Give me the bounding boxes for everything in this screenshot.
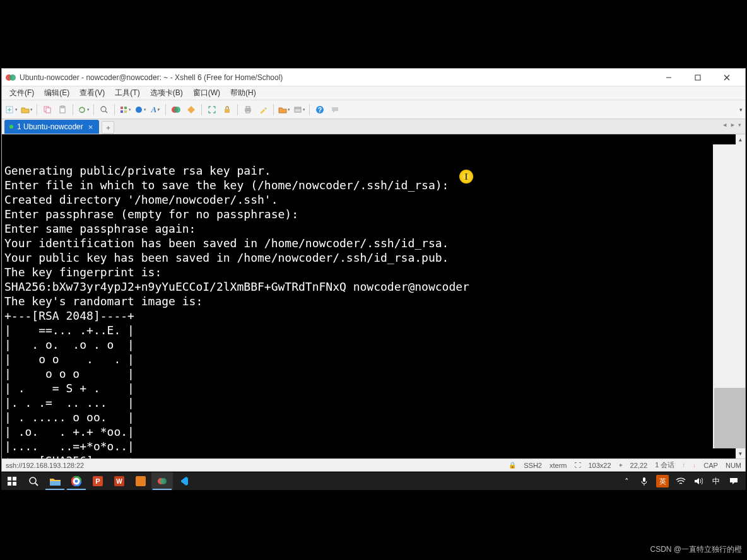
status-size: 103x22	[589, 462, 611, 469]
pos-icon: ⌖	[619, 462, 623, 469]
svg-rect-18	[124, 110, 127, 113]
powerpoint-button[interactable]: P	[87, 472, 109, 490]
system-tray: ˄ 英 中	[621, 475, 746, 487]
terminal-line: Enter passphrase (empty for no passphras…	[4, 207, 743, 221]
search-button[interactable]	[97, 103, 111, 117]
word-button[interactable]: W	[109, 472, 130, 490]
terminal-line: Enter file in which to save the key (/ho…	[4, 178, 743, 192]
new-tab-button[interactable]: ＋	[102, 121, 114, 134]
encoding-button[interactable]: ▾	[118, 103, 132, 117]
printer-button[interactable]	[241, 103, 255, 117]
status-conn: ssh://192.168.193.128:22	[6, 462, 84, 469]
svg-text:?: ?	[318, 107, 322, 114]
svg-line-35	[35, 483, 38, 486]
tab-prev-button[interactable]: ◄	[722, 122, 727, 128]
menu-view[interactable]: 查看(V)	[74, 86, 110, 100]
terminal-line: | ==... .+..E. |	[4, 323, 743, 337]
terminal-line: +----[SHA256]-----+	[4, 453, 743, 458]
scroll-thumb[interactable]	[714, 388, 745, 448]
separator	[309, 104, 310, 115]
chrome-button[interactable]	[66, 472, 87, 490]
menu-tools[interactable]: 工具(T)	[110, 86, 144, 100]
menu-window[interactable]: 窗口(W)	[188, 86, 225, 100]
window-button[interactable]: ▾	[292, 103, 306, 117]
lock-button[interactable]	[220, 103, 234, 117]
terminal-line: | . o. .o . o |	[4, 337, 743, 352]
terminal[interactable]: Generating public/private rsa key pair.E…	[2, 134, 745, 458]
svg-rect-25	[246, 111, 250, 113]
terminal-line: +---[RSA 2048]----+	[4, 308, 743, 323]
terminal-line: The key's randomart image is:	[4, 294, 743, 308]
vscode-button[interactable]	[173, 472, 194, 490]
session-tab[interactable]: 1 Ubuntu-nowcoder ×	[4, 120, 99, 134]
terminal-line: Created directory '/home/nowcoder/.ssh'.	[4, 192, 743, 207]
fullscreen-button[interactable]	[205, 103, 219, 117]
status-term: xterm	[550, 462, 567, 469]
toolbar: ▾ ▾ ▾ ▾ ▾ A▾ ▾ ▾ ? ▾	[2, 100, 745, 119]
menu-help[interactable]: 帮助(H)	[225, 86, 261, 100]
scroll-track[interactable]	[713, 144, 745, 448]
terminal-line: SHA256:bXw73yr4ypJ2+n9yYuECCoI/2lXmBBF+G…	[4, 279, 743, 294]
reconnect-button[interactable]: ▾	[76, 103, 90, 117]
ime-input-indicator[interactable]: 中	[710, 475, 722, 487]
chat-button[interactable]	[328, 103, 342, 117]
action-center-icon[interactable]	[728, 475, 739, 487]
svg-point-21	[174, 107, 180, 113]
microphone-icon[interactable]	[638, 475, 650, 487]
volume-icon[interactable]	[693, 475, 704, 487]
file-explorer-button[interactable]	[44, 472, 66, 490]
terminal-line: The key fingerprint is:	[4, 265, 743, 279]
tray-overflow-button[interactable]: ˄	[621, 475, 632, 487]
paste-button[interactable]	[56, 103, 69, 117]
font-button[interactable]: A▾	[148, 103, 162, 117]
open-button[interactable]: ▾	[20, 103, 33, 117]
scrollbar[interactable]: ▲ ▼	[736, 134, 745, 458]
folder-button[interactable]: ▾	[277, 103, 291, 117]
protocol-icon: 🔒	[509, 462, 516, 469]
svg-point-34	[30, 477, 36, 484]
scroll-down-button[interactable]: ▼	[736, 448, 745, 458]
toolbar-overflow-button[interactable]: ▾	[739, 107, 743, 113]
copy-button[interactable]	[40, 103, 54, 117]
xftp-button[interactable]	[184, 103, 198, 117]
help-button[interactable]: ?	[313, 103, 327, 117]
close-button[interactable]	[712, 69, 741, 86]
status-num: NUM	[726, 462, 741, 469]
separator	[201, 104, 202, 115]
terminal-line: Your identification has been saved in /h…	[4, 236, 743, 250]
svg-point-19	[136, 107, 142, 113]
menu-file[interactable]: 文件(F)	[4, 86, 39, 100]
xshell-button[interactable]	[169, 103, 183, 117]
svg-rect-26	[295, 107, 301, 112]
new-session-button[interactable]: ▾	[4, 103, 18, 117]
down-arrow-icon: ↓	[693, 462, 696, 469]
terminal-line: Generating public/private rsa key pair.	[4, 163, 743, 178]
statusbar: ssh://192.168.193.128:22 🔒 SSH2 xterm ⛶ …	[2, 458, 745, 471]
tab-next-button[interactable]: ►	[730, 122, 736, 128]
tab-list-button[interactable]: ▾	[738, 122, 741, 128]
scroll-up-button[interactable]: ▲	[736, 134, 745, 144]
highlighter-button[interactable]	[256, 103, 270, 117]
search-button[interactable]	[23, 472, 44, 490]
minimize-button[interactable]	[654, 69, 683, 86]
svg-rect-31	[13, 477, 16, 481]
svg-rect-12	[61, 106, 64, 108]
svg-rect-10	[46, 108, 50, 113]
menu-tab[interactable]: 选项卡(B)	[145, 86, 188, 100]
color-button[interactable]: ▾	[133, 103, 147, 117]
maximize-button[interactable]	[683, 69, 712, 86]
svg-point-48	[160, 478, 167, 484]
start-button[interactable]	[1, 472, 23, 490]
wifi-icon[interactable]	[675, 475, 686, 487]
separator	[237, 104, 238, 115]
tab-close-button[interactable]: ×	[87, 123, 95, 131]
separator	[73, 104, 73, 115]
xshell-taskbar-button[interactable]	[151, 472, 173, 490]
ime-lang-indicator[interactable]: 英	[656, 475, 669, 487]
svg-point-1	[9, 74, 16, 81]
terminal-line: | o o o |	[4, 366, 743, 381]
menu-edit[interactable]: 编辑(E)	[39, 86, 74, 100]
app-button[interactable]	[130, 472, 151, 490]
svg-rect-15	[121, 107, 123, 109]
svg-rect-32	[8, 482, 11, 486]
